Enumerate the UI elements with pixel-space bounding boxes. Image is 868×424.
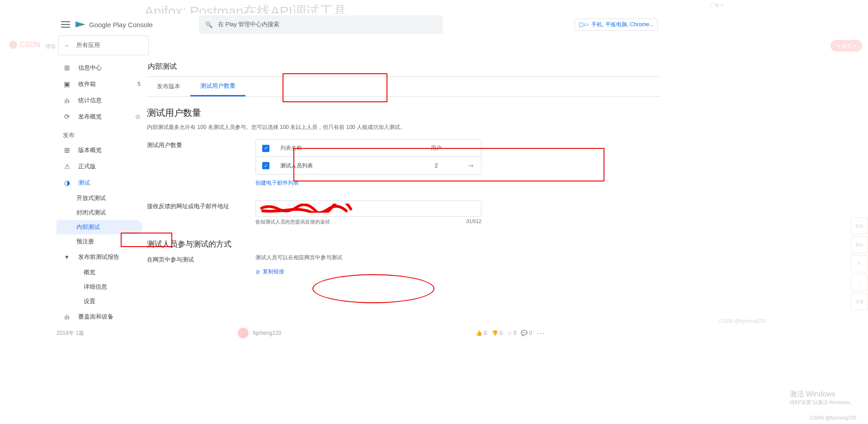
logo-text: Google Play Console [89,21,153,29]
feedback-hint: 告知测试人员向您提供反馈的途径 [255,219,330,225]
csdn-user-watermark: CSDN @fqcheng220 [719,318,766,324]
archive-year[interactable]: 2018年 1篇 [57,329,84,337]
devices-icon: ▢▭ [579,21,589,28]
feedback-label: 接收反馈的网址或电子邮件地址 [147,200,255,225]
like-button[interactable]: 👍 0 [476,330,487,336]
search-input[interactable]: 🔍 在 Play 管理中心内搜索 [199,15,443,33]
col-users: 用户 [420,144,452,152]
right-rail: 收起 领证 ✎ ♡ 回顶 [851,217,868,310]
col-list-name: 列表名称 [280,144,411,152]
section-desc: 内部测试最多允许有 100 名测试人员参与。您可以选择 100 名以上人员，但只… [147,124,660,131]
table-row[interactable]: ✓ 测试人员列表 2 → [256,157,481,174]
main-content: 内部测试 发布版本 测试用户数量 测试用户数量 内部测试最多允许有 100 名测… [147,57,662,328]
inbox-icon: ▣ [63,80,71,88]
csdn-watermark: CSDN [9,41,40,49]
sidebar-item-dashboard[interactable]: ⊞信息中心 [57,60,147,76]
coverage-icon: ılı [63,313,71,321]
join-title: 测试人员参与测试的方式 [147,239,660,249]
sidebar-sub-closed-testing[interactable]: 封闭式测试 [57,205,147,220]
tab-releases[interactable]: 发布版本 [147,76,190,96]
sidebar-item-versions[interactable]: ⊞版本概览 [57,142,147,158]
sidebar-sub-internal-testing[interactable]: 内部测试 [57,220,142,234]
device-selector[interactable]: ▢▭ 手机, 平板电脑, Chrome... [575,19,658,31]
sidebar-item-stats[interactable]: ılı统计信息 [57,92,147,109]
rail-item[interactable]: ✎ [851,255,868,272]
sidebar-item-production[interactable]: ⚠正式版 [57,158,147,175]
username[interactable]: fqcheng220 [253,330,282,336]
sidebar: ⊞信息中心 ▣收件箱5 ılı统计信息 ⟳发布概览⊘ 发布 ⊞版本概览 ⚠正式版… [57,57,147,328]
sidebar-item-publish-overview[interactable]: ⟳发布概览⊘ [57,109,147,125]
tabs: 发布版本 测试用户数量 [147,77,660,97]
feedback-count: 31/512 [466,219,481,225]
play-console: Google Play Console 🔍 在 Play 管理中心内搜索 ▢▭ … [57,14,662,326]
publish-button[interactable]: ✎ 发布 ▾ [830,40,862,52]
sidebar-sub-details[interactable]: 详细信息 [57,280,147,294]
more-icon[interactable]: ⋯ [537,328,545,338]
sidebar-section-publish: 发布 [57,125,147,142]
redacted-scribble [260,204,355,213]
feedback-input[interactable] [255,200,481,217]
sidebar-item-inbox[interactable]: ▣收件箱5 [57,76,147,92]
tab-testers[interactable]: 测试用户数量 [190,76,245,96]
sidebar-sub-overview[interactable]: 概览 [57,265,147,280]
menu-icon[interactable] [61,21,70,28]
dashboard-icon: ⊞ [63,64,71,72]
create-email-list-link[interactable]: 创建电子邮件列表 [255,179,299,187]
rail-item[interactable]: 收起 [851,217,868,234]
activate-windows: 激活 Windows 转到"设置"以激活 Windows。 [790,390,855,406]
search-placeholder: 在 Play 管理中心内搜索 [218,20,280,29]
inbox-badge: 5 [137,81,141,87]
overview-icon: ⟳ [63,113,71,121]
testing-icon: ◑ [63,179,71,187]
dislike-button[interactable]: 👎 0 [491,330,503,336]
sidebar-sub-settings[interactable]: 设置 [57,294,147,309]
sidebar-item-prelaunch-report[interactable]: ▾发布前测试报告 [57,249,147,265]
arrow-right-icon[interactable]: → [461,161,475,171]
versions-icon: ⊞ [63,146,71,154]
play-logo-icon [75,19,85,29]
checkbox-row[interactable]: ✓ [262,162,269,169]
sidebar-item-testing[interactable]: ◑测试 [57,175,147,191]
page-title: 内部测试 [147,57,660,77]
sidebar-sub-preregister[interactable]: 预注册 [57,234,147,249]
rail-item[interactable]: 领证 [851,236,868,253]
join-label: 在网页中参与测试 [147,254,255,276]
rail-item[interactable]: 回顶 [851,293,868,310]
stats-icon: ılı [63,96,71,105]
section-title: 测试用户数量 [147,107,660,119]
checkbox-all[interactable]: ✓ [262,145,269,152]
row-list-name: 测试人员列表 [280,162,411,170]
join-desc: 测试人员可以在相应网页中参与测试 [255,254,481,262]
copy-link-button[interactable]: ⊘ 复制链接 [255,268,284,276]
link-icon: ⊘ [255,269,260,275]
logo[interactable]: Google Play Console [75,19,153,29]
back-arrow-icon: ← [64,42,70,49]
star-button[interactable]: ☆ 0 [507,330,517,336]
back-all-apps[interactable]: ← 所有应用 [58,35,149,55]
sidebar-item-coverage[interactable]: ılı覆盖面和设备 [57,309,147,325]
row-users: 2 [420,162,452,169]
ad-close[interactable]: 广告 × [710,2,723,9]
avatar[interactable] [238,328,249,338]
testers-label: 测试用户数量 [147,139,255,187]
chevron-down-icon: ▾ [63,253,71,261]
disabled-icon: ⊘ [135,113,141,120]
blog-label: 博客 [45,43,56,51]
rail-item[interactable]: ♡ [851,274,868,291]
tester-lists-table: ✓ 列表名称 用户 ✓ 测试人员列表 2 → [255,139,481,175]
comment-button[interactable]: 💬 0 [521,330,532,336]
production-icon: ⚠ [63,162,71,171]
csdn-user-watermark: CSDN @fqcheng220 [810,415,856,420]
blog-footer: 2018年 1篇 fqcheng220 👍 0 👎 0 ☆ 0 💬 0 ⋯ [57,328,545,338]
search-icon: 🔍 [205,21,212,28]
sidebar-sub-open-testing[interactable]: 开放式测试 [57,191,147,205]
header: Google Play Console 🔍 在 Play 管理中心内搜索 ▢▭ … [57,14,662,35]
